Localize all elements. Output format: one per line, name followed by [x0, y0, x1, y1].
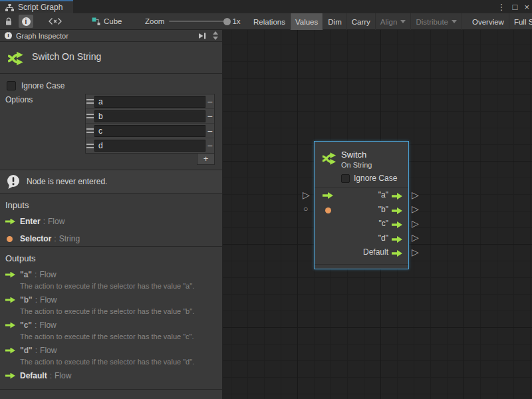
external-flow-port-triangle[interactable]: ▷ [303, 190, 310, 200]
inspector-toggle-button[interactable]: i [19, 15, 33, 28]
port-description: The action to execute if the selector ha… [20, 332, 222, 340]
graph-canvas[interactable]: Switch On String Ignore Case "a" "b [223, 30, 532, 399]
zoom-slider-handle[interactable] [223, 18, 231, 25]
drag-handle-icon[interactable] [86, 144, 94, 148]
graph-toolbar: i Cube Zoom 1x Relations Values Dim Carr… [0, 13, 532, 30]
external-flow-port-triangle[interactable]: ▷ [412, 247, 419, 257]
window-maximize-button[interactable]: □ [513, 2, 518, 12]
option-input[interactable] [94, 110, 205, 122]
node-output-port-c[interactable] [392, 220, 402, 229]
tab-script-graph[interactable]: Script Graph [0, 0, 73, 13]
inspector-empty-area [0, 390, 222, 399]
window-close-button[interactable]: × [524, 2, 529, 12]
drag-handle-icon[interactable] [86, 114, 94, 118]
toolbar-button-relations[interactable]: Relations [249, 13, 291, 30]
flow-port-icon [392, 207, 402, 214]
node-port-label-default: Default [363, 247, 388, 257]
toolbar-button-full-screen[interactable]: Full Screen [509, 13, 532, 30]
graph-breadcrumb[interactable]: Cube [92, 13, 122, 29]
node-header: Switch On String Ignore Case [315, 142, 408, 188]
inputs-header: Inputs [5, 200, 222, 210]
remove-option-button[interactable]: − [205, 110, 214, 123]
output-port-c: "c" : Flow [5, 321, 222, 330]
zoom-value: 1x [232, 17, 240, 25]
remove-option-button[interactable]: − [205, 95, 214, 108]
option-input[interactable] [94, 125, 205, 137]
node-enter-port[interactable] [323, 191, 333, 200]
code-icon [48, 17, 63, 25]
output-port-a: "a" : Flow [5, 270, 222, 279]
node-ignore-case-label: Ignore Case [354, 174, 397, 183]
ignore-case-label: Ignore Case [21, 81, 65, 90]
window-menu-button[interactable]: ⋮ [497, 2, 506, 12]
external-flow-port-triangle[interactable]: ▷ [412, 219, 419, 228]
graph-hierarchy-icon [5, 4, 14, 11]
option-row: − [86, 109, 214, 124]
external-flow-port-triangle[interactable]: ▷ [412, 233, 419, 242]
node-output-port-default[interactable] [392, 249, 402, 258]
external-flow-port-triangle[interactable]: ▷ [412, 204, 419, 213]
warning-bubble-icon [6, 174, 21, 190]
external-value-port-circle[interactable]: ○ [303, 204, 308, 213]
toolbar-button-dim[interactable]: Dim [323, 13, 346, 30]
panel-resize-stepper[interactable] [211, 31, 220, 40]
flow-port-icon [5, 323, 15, 329]
node-output-port-a[interactable] [392, 192, 402, 201]
input-port-selector: Selector : String [5, 234, 222, 243]
remove-option-button[interactable]: − [205, 124, 214, 138]
external-flow-port-triangle[interactable]: ▷ [412, 190, 419, 200]
toolbar-button-values[interactable]: Values [291, 13, 323, 30]
dock-panel-icon[interactable] [198, 32, 207, 40]
flow-port-icon [5, 297, 15, 303]
options-label: Options [5, 95, 33, 104]
string-port-icon [325, 207, 331, 213]
flow-port-icon [5, 219, 15, 225]
lock-button[interactable] [1, 15, 16, 28]
node-output-port-b[interactable] [392, 206, 402, 215]
node-ignore-case-checkbox[interactable] [341, 174, 350, 183]
toolbar-button-align[interactable]: Align [376, 13, 412, 30]
info-icon: i [22, 17, 31, 26]
info-icon: i [5, 32, 12, 39]
script-graph-asset-icon [92, 17, 100, 25]
drag-handle-icon[interactable] [86, 99, 94, 104]
properties-section: Ignore Case Options − − − [0, 74, 222, 170]
toolbar-button-carry[interactable]: Carry [347, 13, 376, 30]
ignore-case-checkbox[interactable] [7, 81, 16, 90]
option-input[interactable] [94, 96, 205, 108]
arrow-up-icon [213, 31, 218, 35]
input-port-enter: Enter : Flow [5, 217, 222, 226]
switch-node-icon [321, 150, 338, 167]
flow-port-icon [5, 272, 15, 278]
switch-on-string-node[interactable]: Switch On String Ignore Case "a" "b [314, 141, 409, 269]
switch-node-icon [7, 49, 25, 68]
add-option-button[interactable]: + [197, 154, 215, 165]
zoom-label: Zoom [145, 17, 164, 25]
output-port-b: "b" : Flow [5, 295, 222, 305]
graph-inspector-panel: i Graph Inspector Switch On String [0, 30, 223, 399]
node-selector-port[interactable] [324, 205, 331, 215]
toolbar-button-overview[interactable]: Overview [467, 13, 509, 30]
inspector-header-title: Graph Inspector [16, 32, 68, 40]
node-body: "a" "b" "c" "d" Default [315, 188, 408, 264]
port-description: The action to execute if the selector ha… [20, 282, 222, 290]
node-port-label-c: "c" [378, 219, 388, 228]
node-output-port-d[interactable] [392, 235, 402, 244]
warning-text: Node is never entered. [27, 177, 107, 186]
remove-option-button[interactable]: − [205, 139, 214, 152]
node-title-section: Switch On String [0, 42, 222, 74]
graph-ref-label: Cube [104, 17, 122, 25]
output-port-default: Default : Flow [5, 371, 222, 380]
option-input[interactable] [94, 140, 205, 152]
zoom-slider[interactable] [169, 21, 227, 22]
toolbar-button-distribute[interactable]: Distribute [411, 13, 462, 30]
flow-port-icon [5, 373, 15, 379]
edit-script-button[interactable] [48, 15, 63, 28]
flow-port-icon [392, 236, 402, 243]
drag-handle-icon[interactable] [86, 128, 94, 133]
port-description: The action to execute if the selector ha… [20, 307, 222, 315]
tab-title: Script Graph [18, 3, 63, 12]
string-port-icon [7, 236, 13, 242]
flow-port-icon [323, 192, 333, 199]
outputs-section: Outputs "a" : Flow The action to execute… [0, 247, 222, 390]
